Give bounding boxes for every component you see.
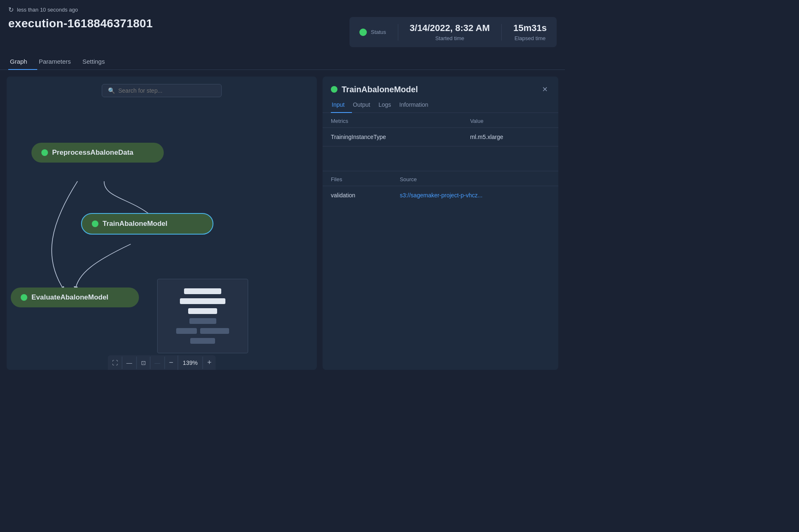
mini-thumbnail <box>157 279 248 353</box>
node-train-dot <box>92 220 98 227</box>
elapsed-time-label: Elapsed time <box>514 35 545 41</box>
zoom-minus-button[interactable]: − <box>165 355 178 370</box>
status-divider-2 <box>501 24 502 41</box>
started-time-value: 3/14/2022, 8:32 AM <box>410 23 490 34</box>
file-source-link: s3://sagemaker-project-p-vhcz... <box>400 192 483 199</box>
tab-parameters[interactable]: Parameters <box>37 55 81 70</box>
mini-bar-2 <box>180 298 225 304</box>
info-panel-header: TrainAbaloneModel × <box>323 77 558 95</box>
tab-graph[interactable]: Graph <box>8 55 37 70</box>
refresh-icon[interactable]: ↻ <box>8 6 14 14</box>
metrics-header: Metrics <box>323 113 462 128</box>
node-evaluate-dot <box>21 294 27 301</box>
info-tab-input[interactable]: Input <box>331 99 352 113</box>
status-card: Status 3/14/2022, 8:32 AM Started time 1… <box>349 17 557 47</box>
graph-panel: 🔍 PreprocessAbaloneData TrainA <box>7 77 317 370</box>
node-preprocess-dot <box>41 149 48 156</box>
info-panel-title-row: TrainAbaloneModel <box>331 85 418 94</box>
info-files-table: Files Source validation s3://sagemaker-p… <box>323 171 558 204</box>
zoom-plus-button[interactable]: + <box>203 355 216 370</box>
node-preprocess[interactable]: PreprocessAbaloneData <box>31 143 164 163</box>
execution-title: execution-1618846371801 <box>8 17 153 30</box>
zoom-controls: ⛶ — ⊡ ― − 139% + <box>108 355 216 370</box>
mini-bar-5 <box>176 328 197 334</box>
refresh-label: less than 10 seconds ago <box>17 7 78 13</box>
spacer-row <box>323 146 558 171</box>
elapsed-time-value: 15m31s <box>513 23 547 34</box>
node-train[interactable]: TrainAbaloneModel <box>81 213 213 235</box>
tabs-bar: Graph Parameters Settings <box>0 47 565 70</box>
table-row: TrainingInstanceType ml.m5.xlarge <box>323 128 558 146</box>
zoom-minus-line: ― <box>151 357 165 369</box>
info-panel: TrainAbaloneModel × Input Output Logs In… <box>323 77 558 370</box>
header-top: ↻ less than 10 seconds ago <box>0 0 565 15</box>
table-row: validation s3://sagemaker-project-p-vhcz… <box>323 186 558 205</box>
main-content: 🔍 PreprocessAbaloneData TrainA <box>0 70 565 370</box>
value-header: Value <box>462 113 558 128</box>
status-item-started: 3/14/2022, 8:32 AM Started time <box>410 23 490 41</box>
mini-bar-4 <box>189 318 216 324</box>
search-icon: 🔍 <box>108 87 115 94</box>
mini-bar-6 <box>200 328 229 334</box>
node-train-label: TrainAbaloneModel <box>103 220 167 228</box>
files-header: Files <box>323 171 392 186</box>
source-header: Source <box>392 171 558 186</box>
zoom-reset-button[interactable]: — <box>122 357 137 369</box>
status-item-status: Status <box>359 29 386 36</box>
info-panel-status-dot <box>331 86 337 93</box>
mini-bar-1 <box>184 288 221 294</box>
info-panel-title: TrainAbaloneModel <box>342 85 418 94</box>
node-evaluate-label: EvaluateAbaloneModel <box>31 293 108 302</box>
search-bar-wrap: 🔍 <box>102 84 222 97</box>
tab-settings[interactable]: Settings <box>81 55 115 70</box>
info-tabs: Input Output Logs Information <box>323 95 558 113</box>
zoom-level: 139% <box>178 357 203 369</box>
zoom-lock-button[interactable]: ⊡ <box>137 357 151 369</box>
zoom-fit-button[interactable]: ⛶ <box>108 357 122 369</box>
node-preprocess-label: PreprocessAbaloneData <box>52 149 134 157</box>
info-panel-close-button[interactable]: × <box>540 84 550 95</box>
mini-bar-7 <box>190 338 215 344</box>
status-item-elapsed: 15m31s Elapsed time <box>513 23 547 41</box>
search-input[interactable] <box>118 87 215 94</box>
search-bar: 🔍 <box>102 84 222 97</box>
info-tab-information[interactable]: Information <box>399 99 436 113</box>
file-name: validation <box>323 186 392 205</box>
status-label: Status <box>371 29 386 35</box>
file-source[interactable]: s3://sagemaker-project-p-vhcz... <box>392 186 558 205</box>
info-tab-output[interactable]: Output <box>352 99 378 113</box>
node-evaluate[interactable]: EvaluateAbaloneModel <box>11 288 139 307</box>
status-dot <box>359 29 367 36</box>
info-tab-logs[interactable]: Logs <box>378 99 398 113</box>
metric-value: ml.m5.xlarge <box>462 128 558 146</box>
started-time-label: Started time <box>435 35 464 41</box>
header-main: execution-1618846371801 Status 3/14/2022… <box>0 15 565 47</box>
metric-name: TrainingInstanceType <box>323 128 462 146</box>
status-divider <box>398 24 398 41</box>
info-metrics-table: Metrics Value TrainingInstanceType ml.m5… <box>323 113 558 171</box>
mini-bar-3 <box>188 308 217 314</box>
